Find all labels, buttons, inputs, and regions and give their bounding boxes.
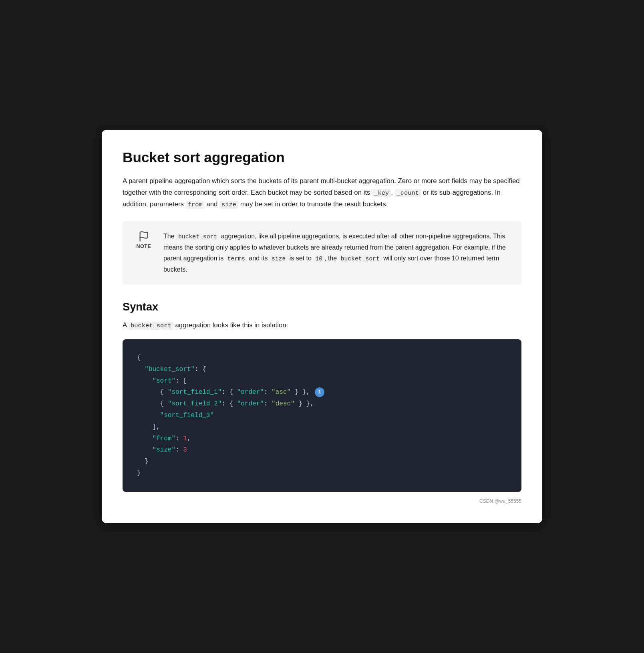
note-icon-area: NOTE [134,231,154,249]
bucket-sort-code-1: bucket_sort [176,233,219,240]
page-title: Bucket sort aggregation [123,149,521,166]
intro-sep-1: , [391,189,394,196]
flag-icon [138,231,149,242]
attribution: CSDN @wu_55555 [123,498,521,504]
syntax-intro-text-2: aggregation looks like this in isolation… [173,321,288,329]
terms-code: terms [225,255,247,262]
note-text: The bucket_sort aggregation, like all pi… [163,231,510,275]
key-code: _key [372,189,391,197]
syntax-title: Syntax [123,300,521,313]
syntax-intro: A bucket_sort aggregation looks like thi… [123,320,521,331]
intro-paragraph: A parent pipeline aggregation which sort… [123,175,521,210]
count-code: _count [395,189,421,197]
bucket-sort-code-3: bucket_sort [129,322,173,330]
intro-text-3: and [205,200,219,208]
bucket-sort-code-2: bucket_sort [339,255,382,262]
main-card: Bucket sort aggregation A parent pipelin… [102,130,542,523]
syntax-intro-text-1: A [123,321,129,329]
intro-text-4: may be set in order to truncate the resu… [238,200,388,208]
from-code: from [186,201,205,209]
ten-code: 10 [313,255,324,262]
code-block: { "bucket_sort": { "sort": [ { "sort_fie… [123,339,521,492]
note-label: NOTE [136,244,151,249]
code-pre: { "bucket_sort": { "sort": [ { "sort_fie… [137,352,507,479]
size-code-2: size [270,255,288,262]
note-box: NOTE The bucket_sort aggregation, like a… [123,221,521,284]
size-code: size [219,201,238,209]
annotation-badge-1: 1 [315,387,324,397]
